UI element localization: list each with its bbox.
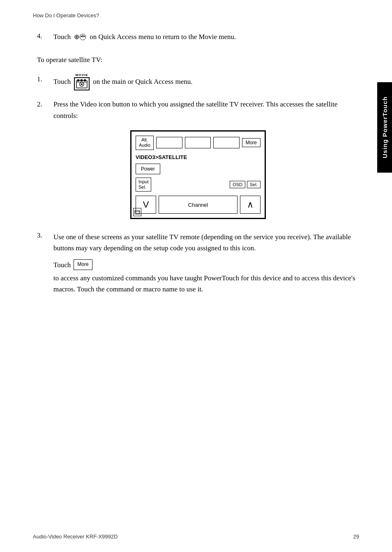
- satellite-section-heading: To operate satellite TV:: [37, 55, 359, 65]
- step-3: 3. Use one of these screens as your sate…: [37, 231, 359, 300]
- alt-audio-btn[interactable]: Alt.Audio: [136, 136, 154, 150]
- blank-btn-3[interactable]: [213, 137, 240, 148]
- blank-btn-1[interactable]: [156, 137, 182, 148]
- movie-icon-wrapper: MOVIE: [74, 74, 90, 90]
- step-3-para2: Touch More to access any customized comm…: [53, 259, 359, 295]
- step-1: 1. Touch MOVIE: [37, 74, 359, 90]
- input-row: InputSel. OSD Sel.: [136, 178, 261, 192]
- main-content: 4. Touch on Quick Access menu to return …: [33, 31, 359, 300]
- screen-title: VIDEO3>SATELLITE: [136, 154, 261, 160]
- quick-access-icon: [74, 31, 86, 43]
- blank-btn-2[interactable]: [185, 137, 211, 148]
- footer-right: 29: [353, 534, 359, 540]
- step-2-content: Press the Video icon button to which you…: [53, 99, 359, 122]
- step-4-number: 4.: [37, 31, 53, 42]
- svg-point-2: [82, 35, 83, 36]
- step-4-text: Touch on Quick Access menu to return to …: [53, 31, 236, 43]
- quick-access-svg: [79, 31, 86, 43]
- step-3-body: Use one of these screens as your satelli…: [53, 231, 359, 300]
- screen-more-btn[interactable]: More: [242, 138, 261, 147]
- step-3-header: 3. Use one of these screens as your sate…: [37, 231, 359, 300]
- svg-rect-11: [135, 210, 140, 214]
- page-container: Using PowerTouch How Do I Operate Device…: [0, 0, 392, 552]
- movie-icon-svg: [76, 79, 88, 89]
- step-2: 2. Press the Video icon button to which …: [37, 99, 359, 122]
- step-4: 4. Touch on Quick Access menu to return …: [37, 31, 359, 43]
- page-footer: Audio-Video Receiver KRF-X9992D 29: [33, 534, 359, 540]
- power-btn[interactable]: Power: [136, 164, 160, 174]
- osd-sel-group: OSD Sel.: [230, 181, 261, 188]
- screen-bottom-row: V Channel ∧: [136, 196, 261, 214]
- osd-btn[interactable]: OSD: [230, 181, 245, 188]
- sel-btn[interactable]: Sel.: [247, 181, 261, 188]
- movie-icon-box: [74, 77, 90, 90]
- svg-point-6: [81, 83, 83, 85]
- side-tab: Using PowerTouch: [377, 82, 392, 173]
- step-1-content: Touch MOVIE: [53, 74, 192, 90]
- satellite-screen: Alt.Audio More VIDEO3>SATELLITE Power In…: [130, 130, 266, 219]
- svg-rect-9: [81, 79, 83, 81]
- movie-label: MOVIE: [76, 74, 88, 77]
- screen-corner-icon: [133, 208, 141, 216]
- footer-left: Audio-Video Receiver KRF-X9992D: [33, 534, 118, 540]
- svg-rect-10: [84, 79, 86, 81]
- input-sel-btn[interactable]: InputSel.: [136, 178, 151, 192]
- breadcrumb: How Do I Operate Devices?: [33, 12, 359, 18]
- more-inline-button[interactable]: More: [74, 259, 92, 270]
- arrow-up-btn[interactable]: ∧: [240, 196, 261, 214]
- power-row: Power: [136, 164, 261, 174]
- step-3-number: 3.: [37, 231, 53, 240]
- step-1-number: 1.: [37, 74, 53, 85]
- step-2-number: 2.: [37, 99, 53, 110]
- step-3-para1: Use one of these screens as your satelli…: [53, 231, 359, 254]
- svg-rect-8: [77, 79, 79, 81]
- channel-btn[interactable]: Channel: [159, 196, 238, 214]
- screen-top-row: Alt.Audio More: [136, 136, 261, 150]
